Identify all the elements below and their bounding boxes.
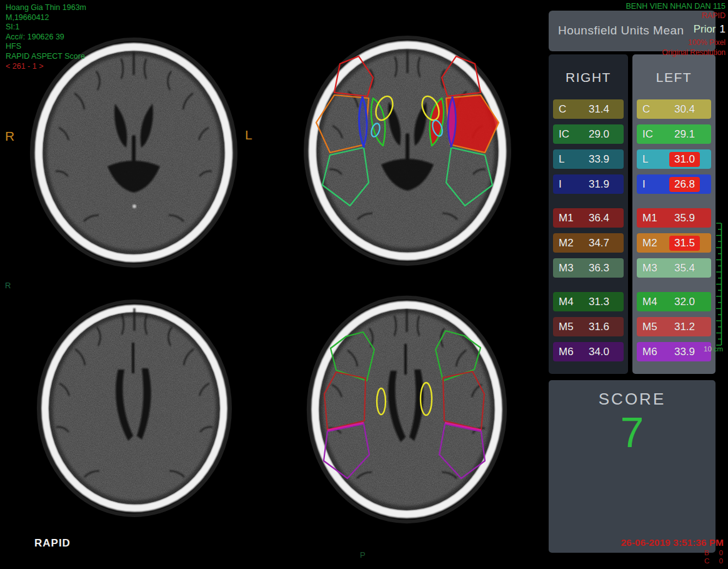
ct-slice-bottom-right-aspects[interactable]	[309, 298, 506, 521]
region-value: 31.3	[580, 296, 618, 308]
contrast-label: C	[704, 557, 709, 565]
contrast-row: C0	[704, 557, 723, 565]
brightness-label: B	[704, 549, 709, 557]
hu-row-left-L: L31.0	[637, 149, 711, 169]
right-column-header: RIGHT	[549, 54, 628, 85]
hu-row-left-I: I26.8	[637, 174, 711, 194]
score-label: SCORE	[549, 380, 716, 409]
region-value: 32.0	[664, 296, 706, 308]
series-description: RAPID ASPECT Score	[6, 52, 86, 62]
score-panel: SCORE 7	[549, 380, 716, 553]
region-value: 36.3	[580, 262, 618, 274]
patient-name: Hoang Gia Thin 1963m	[6, 3, 86, 13]
hu-row-left-M5: M531.2	[637, 317, 711, 336]
brightness-contrast-block: B0 C0	[704, 549, 723, 565]
hu-row-right-IC: IC29.0	[553, 124, 624, 144]
hu-column-right: RIGHT C31.4 IC29.0 L33.9 I31.9 M136.4 M2…	[549, 54, 628, 374]
hu-row-right-C: C31.4	[553, 99, 624, 119]
hospital-name: BENH VIEN NHAN DAN 115	[626, 2, 726, 11]
left-column-pills: C30.4 IC29.1 L31.0 I26.8 M135.9 M231.5 M…	[632, 99, 716, 361]
ruler-unit: cm	[714, 345, 723, 353]
image-nav-control[interactable]: < 261 - 1 >	[6, 62, 86, 72]
hu-column-left: LEFT C30.4 IC29.1 L31.0 I26.8 M135.9 M23…	[632, 54, 716, 374]
prior-number: 1	[720, 23, 726, 35]
flagged-value-badge: 31.0	[669, 152, 700, 167]
region-label: I	[559, 178, 580, 191]
hu-row-right-M1: M136.4	[553, 208, 624, 228]
brightness-row: B0	[704, 549, 723, 557]
patient-info-block: Hoang Gia Thin 1963m M,19660412 SI:1 Acc…	[6, 3, 86, 71]
orientation-posterior-marker: P	[360, 550, 366, 560]
region-label: M1	[642, 212, 664, 224]
region-label: M6	[642, 346, 664, 358]
region-label: IC	[642, 128, 664, 141]
left-column-header: LEFT	[632, 54, 716, 85]
scale-ruler	[716, 223, 722, 345]
study-timestamp: 26-06-2019 3:51:36 PM	[621, 537, 724, 548]
region-label: M4	[642, 296, 664, 308]
region-value: 34.7	[580, 237, 618, 249]
prior-label: Prior	[694, 23, 716, 35]
region-label: C	[642, 103, 664, 116]
hu-row-left-M4: M432.0	[637, 292, 711, 311]
hu-row-right-M6: M634.0	[553, 342, 624, 361]
region-label: M4	[559, 296, 580, 308]
region-value: 31.2	[664, 321, 706, 333]
contrast-value: 0	[719, 557, 723, 565]
ct-slice-top-right-aspects[interactable]	[306, 38, 509, 264]
patient-id: M,19660412	[6, 13, 86, 23]
hu-row-right-L: L33.9	[553, 149, 624, 169]
ct-slice-bottom-left[interactable]	[39, 301, 230, 515]
orientation-left-marker: L	[245, 128, 252, 143]
rapid-brand-logo: RAPID	[34, 537, 71, 550]
ruler-label: 10cm	[704, 345, 723, 353]
patient-position: HFS	[6, 42, 86, 52]
orientation-right-marker-small: R	[5, 281, 11, 290]
region-value: 33.9	[664, 346, 706, 358]
flagged-value-badge: 31.5	[669, 236, 700, 251]
hu-row-left-M1: M135.9	[637, 208, 711, 228]
region-label: M1	[559, 212, 580, 224]
region-value: 31.0	[664, 152, 706, 167]
hu-row-right-I: I31.9	[553, 174, 624, 194]
ruler-value: 10	[704, 345, 712, 353]
region-value: 36.4	[580, 212, 618, 224]
region-label: M5	[642, 321, 664, 333]
score-value: 7	[549, 410, 716, 455]
ct-slice-top-left[interactable]	[32, 39, 236, 266]
region-value: 30.4	[664, 103, 706, 116]
region-value: 31.6	[580, 321, 618, 333]
series-index: SI:1	[6, 23, 86, 33]
right-column-pills: C31.4 IC29.0 L33.9 I31.9 M136.4 M234.7 M…	[549, 99, 628, 361]
region-label: I	[642, 178, 664, 191]
hu-row-right-M3: M336.3	[553, 258, 624, 278]
region-label: M6	[559, 346, 580, 358]
hu-row-left-M2: M231.5	[637, 233, 711, 253]
region-label: M5	[559, 321, 580, 333]
zoom-level: 100% Pixel	[626, 38, 726, 47]
region-value: 34.0	[580, 346, 618, 358]
flagged-value-badge: 26.8	[669, 177, 700, 192]
region-label: M2	[559, 237, 580, 249]
prior-selector[interactable]: Prior1	[626, 23, 726, 36]
region-value: 31.4	[580, 103, 618, 116]
region-value: 29.0	[580, 128, 618, 141]
hu-row-left-C: C30.4	[637, 99, 711, 119]
region-label: M3	[642, 262, 664, 274]
hu-row-left-M3: M335.4	[637, 258, 711, 278]
region-value: 29.1	[664, 128, 706, 141]
region-label: IC	[559, 128, 580, 141]
region-value: 35.4	[664, 262, 706, 274]
region-value: 31.5	[664, 236, 706, 251]
hu-row-right-M5: M531.6	[553, 317, 624, 336]
hu-row-left-IC: IC29.1	[637, 124, 711, 144]
region-label: L	[559, 153, 580, 166]
accession-number: Acc#: 190626 39	[6, 33, 86, 43]
region-value: 33.9	[580, 153, 618, 166]
region-value: 26.8	[664, 177, 706, 192]
study-info-block: BENH VIEN NHAN DAN 115 RAPID Prior1 100%…	[626, 2, 726, 57]
resolution-label: Original Resolution	[626, 48, 726, 57]
hu-row-right-M2: M234.7	[553, 233, 624, 253]
region-label: M3	[559, 262, 580, 274]
region-label: L	[642, 153, 664, 166]
